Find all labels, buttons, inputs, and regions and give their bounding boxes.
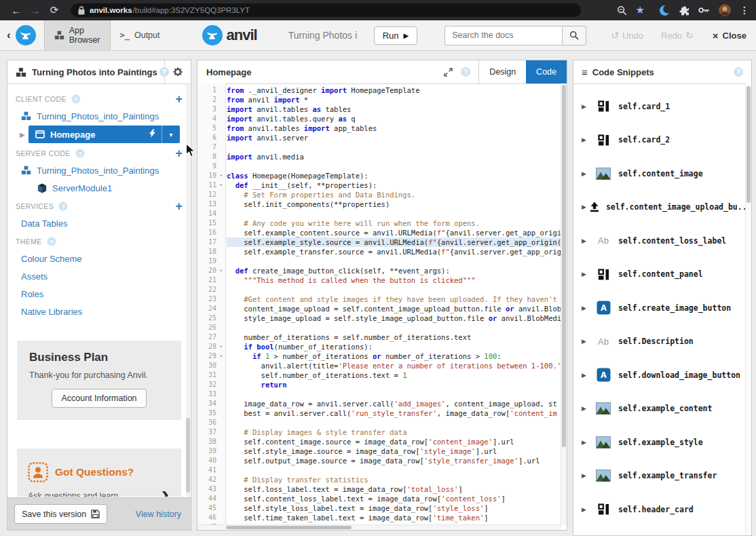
snippets-help-icon[interactable]: ? <box>734 67 743 77</box>
gutter-line-10[interactable]: 10▾ <box>197 171 225 180</box>
code-line-2[interactable]: from anvil import * <box>227 95 561 104</box>
snippet-row-selfcard_2[interactable]: ▶ self.card_2 <box>573 123 746 157</box>
tab-design[interactable]: Design <box>478 60 526 83</box>
code-line-24[interactable]: content_image_upload = self.content_imag… <box>227 304 561 313</box>
code-line-6[interactable]: import anvil.server <box>227 133 561 142</box>
code-line-23[interactable]: #Get content and style images if they ha… <box>227 294 561 304</box>
fold-arrow-icon[interactable]: ▾ <box>216 171 225 180</box>
sidebar-scrollbar[interactable] <box>186 84 190 497</box>
code-line-20[interactable]: def create_image_button_click(self, **ev… <box>227 266 561 275</box>
snippet-row-selfexample_transfer[interactable]: ▶ self.example_transfer <box>573 459 746 493</box>
snippet-row-selfexample_content[interactable]: ▶ self.example_content <box>573 392 746 426</box>
snippet-row-selfcontent_image_upload_bu[interactable]: ▶ self.content_image_upload_bu... <box>573 191 746 225</box>
add-button[interactable]: + <box>175 147 183 159</box>
code-line-4[interactable]: import anvil.tables.query as q <box>227 114 561 123</box>
expand-chevron-icon[interactable]: ▶ <box>20 131 29 138</box>
tab-app-browser[interactable]: App Browser <box>44 20 111 50</box>
code-line-45[interactable]: self.style_loss_label.text = image_data_… <box>227 503 561 513</box>
collapse-sidebar-icon[interactable]: ‹ <box>0 28 16 42</box>
project-help-icon[interactable]: ? <box>159 67 169 77</box>
tree-item-data-tables[interactable]: Data Tables <box>7 214 191 232</box>
code-line-40[interactable]: self.output_image.source = image_data_ro… <box>227 456 561 465</box>
code-line-7[interactable] <box>227 142 561 152</box>
tree-item-turning_photos_into_paintings[interactable]: Turning_Photos_into_Paintings <box>7 107 191 125</box>
fold-arrow-icon[interactable]: ▾ <box>216 266 225 275</box>
snippet-row-selfheader_card[interactable]: ▶ self.header_card <box>573 493 746 527</box>
expand-icon[interactable] <box>444 68 453 77</box>
code-line-13[interactable]: self.init_components(**properties) <box>227 199 561 209</box>
tree-item-native-libraries[interactable]: Native Libraries <box>7 303 191 320</box>
code-line-8[interactable]: import anvil.media <box>227 152 561 161</box>
code-line-37[interactable]: # Display images & style transfer data <box>227 427 561 437</box>
code-line-18[interactable]: self.example_transfer.source = anvil.URL… <box>227 247 561 256</box>
code-editor[interactable]: 12345678910▾11▾121314151617181920▾212223… <box>197 83 567 530</box>
code-line-1[interactable]: from ._anvil_designer import HomepageTem… <box>227 85 561 95</box>
tree-item-servermodule1[interactable]: ServerModule1 <box>7 179 191 197</box>
code-line-43[interactable]: self.loss_label.text = image_data_row['t… <box>227 484 561 494</box>
code-line-29[interactable]: if 1 > number_of_iterations or number_of… <box>227 351 561 361</box>
code-line-21[interactable]: """This method is called when the button… <box>227 275 561 285</box>
zoom-search-icon[interactable] <box>617 5 627 16</box>
account-information-button[interactable]: Account Information <box>52 389 146 408</box>
snippet-row-selfcard_1[interactable]: ▶ self.card_1 <box>573 90 746 123</box>
tab-code[interactable]: Code <box>526 60 567 83</box>
code-line-30[interactable]: anvil.alert(title='Please enter a number… <box>227 361 561 370</box>
tree-item-roles[interactable]: Roles <box>7 285 191 303</box>
help-icon[interactable]: ? <box>59 202 68 211</box>
code-line-41[interactable] <box>227 465 561 475</box>
help-icon[interactable]: ? <box>47 237 56 246</box>
snippet-row[interactable]: ▶ <box>573 527 746 536</box>
expand-chevron-icon[interactable]: ▶ <box>582 170 592 177</box>
tree-item-assets[interactable]: Assets <box>7 267 191 285</box>
redo-button[interactable]: Redo ↻ <box>661 30 694 41</box>
code-line-36[interactable] <box>227 418 561 427</box>
expand-chevron-icon[interactable]: ▶ <box>582 305 592 311</box>
code-line-27[interactable]: number_of_iterations = self.number_of_it… <box>227 332 561 342</box>
code-line-11[interactable]: def __init__(self, **properties): <box>227 180 561 190</box>
gutter-line-29[interactable]: 29▾ <box>197 351 225 361</box>
expand-chevron-icon[interactable]: ▶ <box>582 439 592 446</box>
gutter-line-20[interactable]: 20▾ <box>197 266 225 275</box>
expand-chevron-icon[interactable]: ▶ <box>582 204 586 210</box>
code-line-12[interactable]: # Set Form properties and Data Bindings. <box>227 190 561 199</box>
save-version-button[interactable]: Save this version <box>14 504 107 524</box>
help-icon[interactable]: ? <box>71 95 80 104</box>
code-line-10[interactable]: class Homepage(HomepageTemplate): <box>227 171 561 180</box>
editor-horizontal-scrollbar[interactable] <box>197 524 561 530</box>
gutter-line-28[interactable]: 28▾ <box>197 342 225 351</box>
help-icon[interactable]: ? <box>75 149 84 158</box>
fold-arrow-icon[interactable]: ▾ <box>216 180 225 190</box>
code-line-9[interactable] <box>227 161 561 171</box>
got-questions-card[interactable]: Got Questions? Ask questions and learn m… <box>17 448 181 497</box>
fold-arrow-icon[interactable]: ▾ <box>216 342 225 351</box>
extensions-puzzle-icon[interactable] <box>679 5 689 16</box>
expand-chevron-icon[interactable]: ▶ <box>582 472 592 479</box>
expand-chevron-icon[interactable]: ▶ <box>582 237 592 244</box>
password-key-icon[interactable] <box>698 7 710 14</box>
tab-output[interactable]: >_ Output <box>111 20 170 50</box>
snippet-row-selfcontent_image[interactable]: ▶ self.content_image <box>573 157 746 191</box>
snippet-row-selfdownload_image_button[interactable]: ▶ A self.download_image_button <box>573 358 746 392</box>
code-line-26[interactable] <box>227 323 561 332</box>
add-button[interactable]: + <box>175 200 183 212</box>
run-button[interactable]: Run ▶ <box>374 26 418 45</box>
tree-item-colour-scheme[interactable]: Colour Scheme <box>7 250 191 267</box>
code-line-14[interactable] <box>227 209 561 218</box>
code-line-16[interactable]: self.example_content.source = anvil.URLM… <box>227 228 561 237</box>
expand-chevron-icon[interactable]: ▶ <box>582 271 592 277</box>
code-line-42[interactable]: # Display transfer statistics <box>227 475 561 484</box>
code-line-39[interactable]: self.style_image.source = image_data_row… <box>227 446 561 456</box>
forward-icon[interactable]: → <box>26 5 45 16</box>
reload-icon[interactable]: ⟳ <box>45 4 64 16</box>
code-line-35[interactable]: best = anvil.server.call('run_style_tran… <box>227 408 561 418</box>
close-button[interactable]: × Close <box>713 30 746 41</box>
code-line-17[interactable]: self.example_style.source = anvil.URLMed… <box>227 237 561 247</box>
expand-chevron-icon[interactable]: ▶ <box>582 405 592 412</box>
search-docs-button[interactable] <box>562 26 586 45</box>
code-line-22[interactable] <box>227 285 561 294</box>
add-button[interactable]: + <box>175 93 183 105</box>
snippet-row-selfexample_style[interactable]: ▶ self.example_style <box>573 425 746 459</box>
snippet-row-selfcontent_panel[interactable]: ▶ self.content_panel <box>573 258 746 292</box>
code-line-34[interactable]: image_data_row = anvil.server.call('add_… <box>227 399 561 408</box>
expand-chevron-icon[interactable]: ▶ <box>582 338 592 345</box>
